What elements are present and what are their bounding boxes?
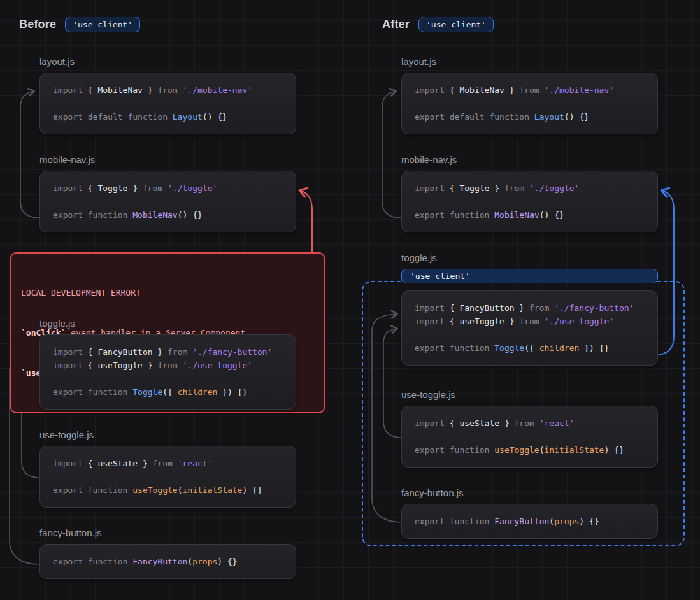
code-line: import { Toggle } from './toggle' xyxy=(53,182,283,195)
file-section-toggle-after: toggle.js 'use client' import { FancyBut… xyxy=(401,252,658,366)
code-line: import { MobileNav } from './mobile-nav' xyxy=(53,83,283,97)
file-label: use-toggle.js xyxy=(401,389,658,400)
error-title: LOCAL DEVELOPMENT ERROR! xyxy=(21,286,314,299)
after-title: After xyxy=(382,18,410,31)
code-line: import { FancyButton } from './fancy-but… xyxy=(53,345,283,359)
use-client-badge-after: 'use client' xyxy=(418,17,494,32)
code-line: import { FancyButton } from './fancy-but… xyxy=(415,301,645,315)
file-section-fancy-button-after: fancy-button.js export function FancyBut… xyxy=(401,487,658,539)
code-line: export function MobileNav() {} xyxy=(53,208,283,222)
code-line xyxy=(53,97,283,110)
file-section-mobile-nav-before: mobile-nav.js import { Toggle } from './… xyxy=(39,154,296,232)
code-block: export function FancyButton(props) {} xyxy=(401,504,658,539)
code-line: import { useState } from 'react' xyxy=(415,417,645,430)
code-block: import { Toggle } from './toggle' export… xyxy=(39,171,296,232)
code-line: import { useToggle } from './use-toggle' xyxy=(415,315,645,328)
code-line: import { useState } from 'react' xyxy=(53,457,283,470)
code-block: export function FancyButton(props) {} xyxy=(39,544,296,579)
file-label: layout.js xyxy=(39,56,296,67)
code-line xyxy=(53,470,283,483)
code-line xyxy=(415,328,645,341)
file-label: layout.js xyxy=(401,56,658,67)
before-title: Before xyxy=(19,18,56,31)
file-label: mobile-nav.js xyxy=(39,154,296,165)
code-line: import { MobileNav } from './mobile-nav' xyxy=(415,83,645,97)
file-section-use-toggle-after: use-toggle.js import { useState } from '… xyxy=(401,389,658,468)
file-section-layout-before: layout.js import { MobileNav } from './m… xyxy=(39,56,296,134)
use-client-diagram: Before 'use client' layout.js import { M… xyxy=(0,0,700,600)
code-block: import { MobileNav } from './mobile-nav'… xyxy=(401,73,658,134)
code-line: export function Toggle({ children }) {} xyxy=(53,385,283,399)
code-line: export default function Layout() {} xyxy=(415,110,645,124)
file-label: mobile-nav.js xyxy=(401,154,658,165)
file-label: fancy-button.js xyxy=(39,527,296,538)
file-label: fancy-button.js xyxy=(401,487,658,498)
file-section-layout-after: layout.js import { MobileNav } from './m… xyxy=(401,56,658,134)
code-line xyxy=(415,430,645,443)
code-line xyxy=(53,195,283,208)
file-section-use-toggle-before: use-toggle.js import { useState } from '… xyxy=(39,429,296,508)
code-line: export function Toggle({ children }) {} xyxy=(415,341,645,355)
file-label: use-toggle.js xyxy=(39,429,296,440)
file-section-fancy-button-before: fancy-button.js export function FancyBut… xyxy=(39,527,296,579)
code-line xyxy=(53,372,283,385)
use-client-badge-before: 'use client' xyxy=(65,17,140,32)
code-block: import { MobileNav } from './mobile-nav'… xyxy=(39,73,296,134)
code-block: import { FancyButton } from './fancy-but… xyxy=(401,290,658,366)
code-line: export function MobileNav() {} xyxy=(415,208,645,222)
file-section-toggle-before: toggle.js import { FancyButton } from '.… xyxy=(39,318,296,410)
before-header: Before 'use client' xyxy=(19,17,140,32)
code-line: import { useToggle } from './use-toggle' xyxy=(53,359,283,372)
import-arrow-mobilenav-to-layout-before xyxy=(20,91,39,218)
file-label: toggle.js xyxy=(401,252,658,263)
code-line xyxy=(415,97,645,110)
code-block: import { useState } from 'react' export … xyxy=(39,446,296,508)
use-client-directive: 'use client' xyxy=(401,269,658,283)
file-label: toggle.js xyxy=(39,318,296,329)
code-line xyxy=(415,195,645,208)
code-line: export function useToggle(initialState) … xyxy=(415,443,645,457)
file-section-mobile-nav-after: mobile-nav.js import { Toggle } from './… xyxy=(401,154,658,232)
code-line: export default function Layout() {} xyxy=(53,110,283,124)
code-line: import { Toggle } from './toggle' xyxy=(415,182,645,195)
code-block: import { useState } from 'react' export … xyxy=(401,406,658,468)
code-line: export function FancyButton(props) {} xyxy=(415,515,645,528)
import-arrow-mobilenav-to-layout-after xyxy=(382,91,401,218)
code-block: import { Toggle } from './toggle' export… xyxy=(401,171,658,232)
code-block: import { FancyButton } from './fancy-but… xyxy=(39,334,296,410)
code-line: export function useToggle(initialState) … xyxy=(53,483,283,497)
code-line: export function FancyButton(props) {} xyxy=(53,555,283,568)
after-header: After 'use client' xyxy=(382,17,494,32)
